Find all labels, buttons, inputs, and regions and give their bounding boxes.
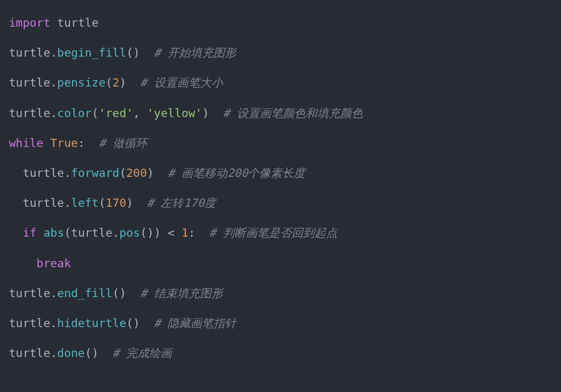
code-token: # 画笔移动200个像素长度 [167, 166, 305, 179]
code-token: turtle. [9, 106, 57, 120]
code-token: # 做循环 [99, 136, 147, 150]
code-token: ) [202, 106, 223, 120]
code-token: begin_fill [57, 46, 126, 59]
code-token: ( [99, 196, 106, 209]
code-token: ) [126, 196, 147, 209]
code-line[interactable]: while True: # 做循环 [9, 128, 552, 158]
code-token: forward [71, 166, 120, 179]
code-token: # 设置画笔颜色和填充颜色 [223, 106, 363, 120]
code-token: turtle. [9, 346, 57, 360]
code-token: () [113, 286, 140, 300]
code-token: # 隐藏画笔指针 [154, 316, 237, 330]
code-line[interactable]: if abs(turtle.pos()) < 1: # 判断画笔是否回到起点 [9, 218, 552, 248]
code-token: () [85, 346, 112, 360]
code-token: , [133, 106, 147, 120]
code-token: ( [92, 106, 99, 120]
code-token: turtle. [9, 316, 57, 330]
code-line[interactable]: turtle.hideturtle() # 隐藏画笔指针 [9, 308, 552, 338]
code-line[interactable]: import turtle [9, 8, 552, 38]
code-line[interactable]: turtle.done() # 完成绘画 [9, 338, 552, 368]
code-line[interactable]: turtle.pensize(2) # 设置画笔大小 [9, 67, 552, 97]
code-token: 200 [126, 166, 147, 179]
code-token: True [50, 136, 78, 150]
code-line[interactable]: turtle.begin_fill() # 开始填充图形 [9, 38, 552, 67]
code-line[interactable]: turtle.left(170) # 左转170度 [9, 188, 552, 218]
code-token [9, 226, 23, 239]
code-token: () [126, 46, 153, 59]
code-token: turtle. [9, 76, 57, 89]
code-token: # 结束填充图形 [140, 286, 223, 300]
code-token: turtle. [9, 46, 57, 59]
code-editor[interactable]: import turtle turtle.begin_fill() # 开始填充… [0, 0, 561, 375]
code-token: ( [119, 166, 126, 179]
code-token [9, 256, 36, 270]
code-token: 'red' [99, 106, 133, 120]
code-token: break [36, 256, 71, 270]
code-line[interactable]: turtle.end_fill() # 结束填充图形 [9, 278, 552, 308]
code-token: : [188, 226, 209, 239]
code-token: # 设置画笔大小 [140, 76, 223, 89]
code-token: # 完成绘画 [113, 346, 173, 360]
code-token: ()) < [140, 226, 181, 239]
code-token: hideturtle [57, 316, 126, 330]
code-token: turtle. [9, 166, 71, 179]
code-token: (turtle. [64, 226, 120, 239]
code-token: if [23, 226, 37, 239]
code-token: # 开始填充图形 [154, 46, 237, 59]
code-token: turtle. [9, 286, 57, 300]
code-token: : [78, 136, 99, 150]
code-token: color [57, 106, 92, 120]
code-token: import [9, 16, 50, 29]
code-token [36, 226, 43, 239]
code-token: end_fill [57, 286, 113, 300]
code-token: turtle. [9, 196, 71, 209]
code-token: done [57, 346, 85, 360]
code-token: 'yellow' [147, 106, 202, 120]
code-line[interactable]: break [9, 248, 552, 278]
code-token: 170 [106, 196, 127, 209]
code-token: while [9, 136, 43, 150]
code-token: ( [106, 76, 113, 89]
code-token: abs [43, 226, 64, 239]
code-token: pos [119, 226, 140, 239]
code-token [43, 136, 50, 150]
code-token: ) [147, 166, 168, 179]
code-token: 1 [181, 226, 188, 239]
code-token: left [71, 196, 99, 209]
code-token: 2 [113, 76, 120, 89]
code-line[interactable]: turtle.color('red', 'yellow') # 设置画笔颜色和填… [9, 98, 552, 128]
code-token: # 判断画笔是否回到起点 [209, 226, 337, 239]
code-token: () [126, 316, 153, 330]
code-token: turtle [50, 16, 99, 29]
code-line[interactable]: turtle.forward(200) # 画笔移动200个像素长度 [9, 158, 552, 188]
code-token: pensize [57, 76, 106, 89]
code-token: # 左转170度 [147, 196, 216, 209]
code-token: ) [119, 76, 140, 89]
